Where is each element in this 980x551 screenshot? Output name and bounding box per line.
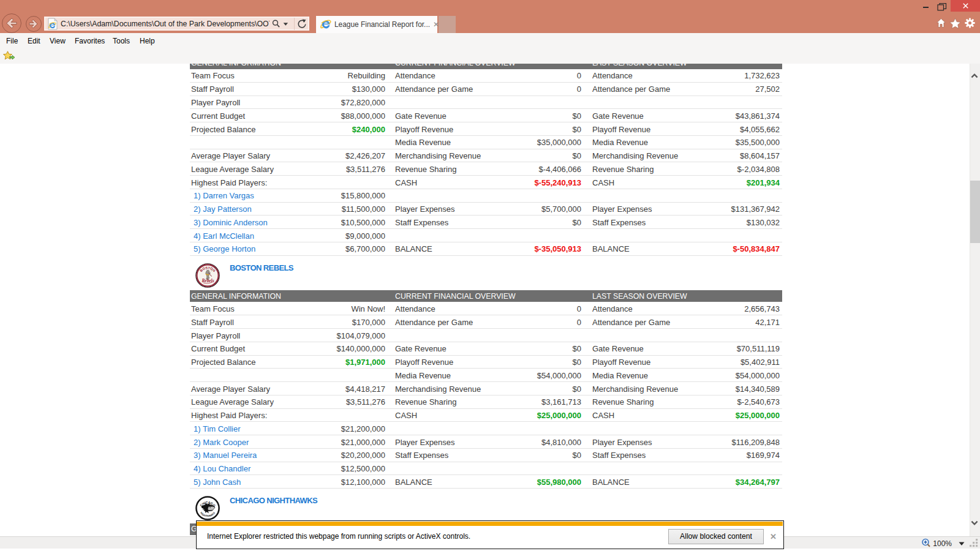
svg-text:Rebels: Rebels bbox=[201, 278, 214, 283]
